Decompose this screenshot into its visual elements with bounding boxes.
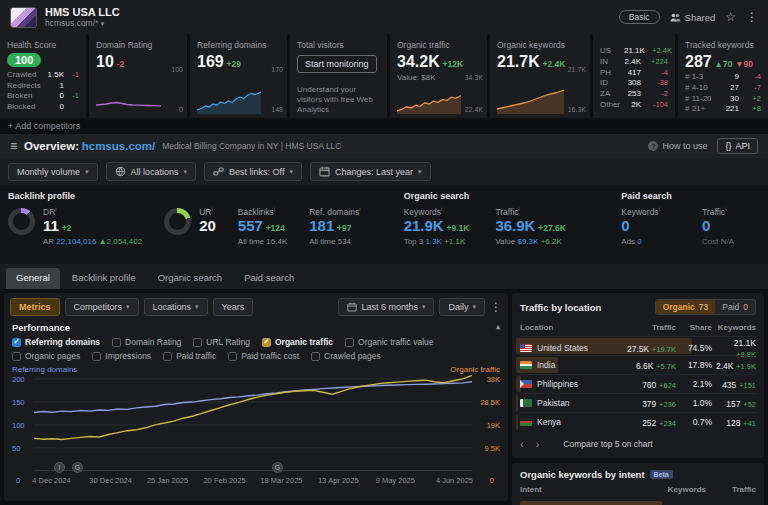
next-page-icon[interactable]: › [536, 438, 540, 450]
top-bar: HMS USA LLC hcmsus.com/* ▾ Basic Shared … [0, 0, 768, 34]
site-favicon [10, 7, 37, 28]
organic-keywords-card[interactable]: Organic keywords 21.7K +2.4K 21.7K 16.3K [490, 34, 590, 118]
prev-page-icon[interactable]: ‹ [520, 438, 524, 450]
date-range-dropdown[interactable]: Last 6 months▾ [338, 298, 434, 316]
tab-general[interactable]: General [6, 268, 60, 289]
rank-row: # 4-1027-7 [685, 83, 761, 94]
legend-referring-domains: Referring domains [12, 365, 77, 374]
checkbox-organic-pages[interactable]: Organic pages [12, 351, 80, 361]
backlinks-value[interactable]: 557 [238, 217, 263, 234]
tab-paid-search[interactable]: Paid search [234, 268, 304, 289]
add-competitors-link[interactable]: + Add competitors [0, 118, 768, 133]
how-to-use-button[interactable]: ?How to use [648, 141, 707, 151]
checkbox-paid-traffic-cost[interactable]: Paid traffic cost [228, 351, 299, 361]
organic-traffic-delta: +12K [442, 59, 463, 69]
collapse-icon[interactable]: ▾ [496, 323, 500, 332]
tracked-keywords-card[interactable]: Tracked keywords 287 ▲70 ▼90 # 1-39-4 # … [678, 34, 768, 118]
domain-rating-card[interactable]: Domain Rating 10 -2 100 0 [89, 34, 187, 118]
checkbox-icon: ✓ [12, 338, 21, 347]
compare-top5-button[interactable]: Compare top 5 on chart [563, 439, 652, 449]
ref-domains-group[interactable]: Ref. domainsi 181 +97 All time 534 [309, 206, 360, 246]
hamburger-icon[interactable]: ≡ [10, 139, 17, 153]
changes-dropdown[interactable]: Changes: Last year▾ [310, 162, 431, 181]
tab-organic-search[interactable]: Organic search [148, 268, 232, 289]
location-row-united-states[interactable]: United States 27.5K +19.7K 74.5% 21.1K +… [520, 336, 756, 355]
ur-group[interactable]: URi 20 [164, 206, 216, 246]
toggle-organic[interactable]: Organic73 [656, 300, 716, 314]
plot-area[interactable] [34, 375, 472, 471]
checkbox-crawled-pages[interactable]: Crawled pages [311, 351, 381, 361]
checkbox-domain-rating[interactable]: Domain Rating [112, 337, 181, 347]
shared-button[interactable]: Shared [670, 12, 716, 23]
toggle-paid[interactable]: Paid0 [715, 300, 755, 314]
organic-traffic-card[interactable]: Organic traffic 34.2K +12K Value: $8K 34… [390, 34, 487, 118]
x-axis-labels: 4 Dec 2024 30 Dec 2024 25 Jan 2025 20 Fe… [34, 476, 472, 486]
checkbox-organic-traffic[interactable]: ✓Organic traffic [262, 337, 333, 347]
event-marker[interactable]: i [54, 462, 65, 473]
country-row[interactable]: Other2K-104 [600, 100, 668, 111]
intent-row-partial[interactable] [520, 501, 662, 505]
api-button[interactable]: {}API [717, 138, 758, 154]
checkbox-icon [228, 352, 237, 361]
checkbox-icon [345, 338, 354, 347]
granularity-dropdown[interactable]: Daily▾ [439, 298, 485, 316]
backlinks-alltime: All time 16.4K [238, 237, 287, 246]
performance-title: Performance [12, 322, 70, 333]
location-row-philippines[interactable]: Philippines 760 +624 2.1% 435 +151 [520, 374, 756, 393]
country-row[interactable]: ID308-38 [600, 78, 668, 89]
site-identity[interactable]: HMS USA LLC hcmsus.com/* ▾ [45, 6, 120, 28]
checkbox-paid-traffic[interactable]: Paid traffic [163, 351, 216, 361]
chevron-down-icon: ▾ [85, 168, 89, 176]
referring-domains-card[interactable]: Referring domains 169 +29 170 148 [190, 34, 287, 118]
referring-domains-sparkline [197, 84, 261, 114]
backlinks-group[interactable]: Backlinksi 557 +124 All time 16.4K [238, 206, 287, 246]
dr-group[interactable]: DRi 11 +2 AR 22,104,016 ▲2,054,402 [8, 206, 142, 246]
calendar-icon [319, 166, 330, 177]
overview-title: Overview: [24, 140, 79, 152]
kebab-menu-icon[interactable]: ⋮ [746, 10, 758, 24]
country-row[interactable]: IN2.4K+224 [600, 57, 668, 68]
tab-backlink-profile[interactable]: Backlink profile [62, 268, 146, 289]
info-sup: i [359, 206, 360, 212]
health-score-card[interactable]: Health Score 100 Crawled1.5K-1 Redirects… [0, 34, 86, 118]
organic-keywords-label: Organic keywords [497, 40, 583, 50]
kebab-menu-icon[interactable]: ⋮ [490, 300, 502, 314]
site-name: HMS USA LLC [45, 6, 120, 18]
event-marker[interactable]: G [72, 462, 83, 473]
cost-line: Cost N/A [702, 237, 734, 246]
checkbox-impressions[interactable]: Impressions [92, 351, 151, 361]
paid-traffic-group[interactable]: Traffici 0 Cost N/A [702, 206, 734, 246]
overview-domain-link[interactable]: hcmsus.com/ [82, 140, 156, 152]
star-icon[interactable]: ☆ [725, 10, 736, 24]
location-row-pakistan[interactable]: Pakistan 379 +236 1.0% 157 +52 [520, 393, 756, 412]
chevron-down-icon: ▾ [418, 168, 422, 176]
globe-icon [115, 166, 126, 177]
checkbox-referring-domains[interactable]: ✓Referring domains [12, 337, 100, 347]
checkbox-organic-traffic-value[interactable]: Organic traffic value [345, 337, 433, 347]
best-links-dropdown[interactable]: Best links: Off▾ [204, 162, 302, 181]
location-row-kenya[interactable]: Kenya 252 +234 0.7% 128 +41 [520, 412, 756, 431]
start-monitoring-button[interactable]: Start monitoring [297, 55, 377, 73]
link-icon [213, 166, 224, 177]
metrics-button[interactable]: Metrics [10, 298, 60, 316]
monthly-volume-dropdown[interactable]: Monthly volume▾ [8, 163, 98, 181]
people-icon [670, 13, 681, 22]
checkbox-url-rating[interactable]: URL Rating [193, 337, 250, 347]
site-url-dropdown[interactable]: hcmsus.com/* ▾ [45, 18, 120, 28]
event-marker[interactable]: G [272, 462, 283, 473]
country-row[interactable]: PH417-4 [600, 68, 668, 79]
country-row[interactable]: US21.1K+2.4K [600, 46, 668, 57]
health-score-value: 100 [7, 53, 41, 67]
locations-dropdown[interactable]: Locations▾ [144, 298, 208, 316]
organic-search-section: Organic search Keywordsi 21.9K +9.1K Top… [404, 191, 596, 264]
location-row-india[interactable]: India 6.6K +5.7K 17.8% 2.4K +1.9K [520, 355, 756, 374]
country-row[interactable]: ZA253-2 [600, 89, 668, 100]
ref-domains-value[interactable]: 181 [309, 217, 334, 234]
years-button[interactable]: Years [213, 298, 254, 316]
paid-keywords-group[interactable]: Keywordsi 0 Ads 0 [621, 206, 660, 246]
all-locations-dropdown[interactable]: All locations▾ [106, 162, 197, 181]
spark-axis-bottom: 22.4K [465, 106, 483, 113]
organic-keywords-group[interactable]: Keywordsi 21.9K +9.1K Top 3 1.3K +1.1K [404, 206, 470, 246]
organic-traffic-group[interactable]: Traffici 36.9K +27.6K Value $9.3K +6.2K [495, 206, 565, 246]
competitors-dropdown[interactable]: Competitors▾ [65, 298, 139, 316]
